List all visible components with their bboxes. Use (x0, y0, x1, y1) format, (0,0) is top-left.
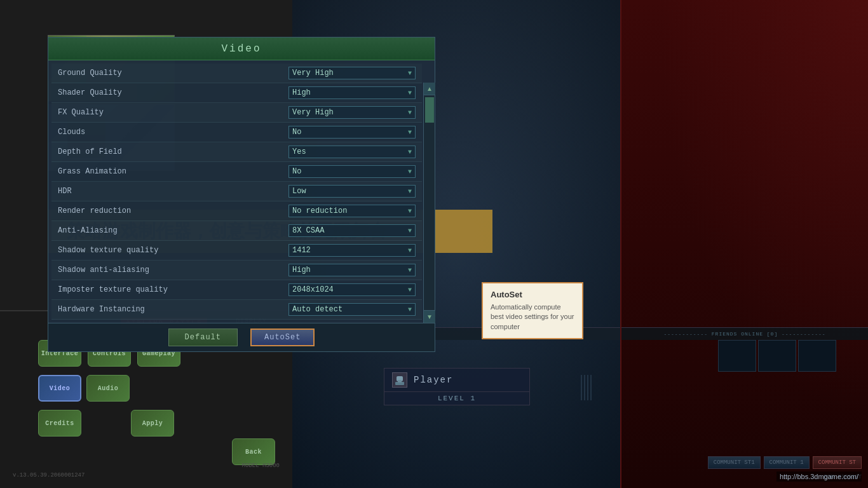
setting-label-12: Hardware Instancing (58, 305, 288, 314)
setting-value-0: Very High ▼ (288, 67, 416, 79)
btn-autoset[interactable]: AutoSet (250, 329, 315, 346)
setting-dropdown-11[interactable]: 2048x1024 ▼ (288, 283, 416, 296)
settings-row-4: Depth of Field Yes ▼ (51, 142, 422, 162)
setting-value-9: 1412 ▼ (288, 244, 416, 257)
version-text: v.13.05.39.2060001247 (13, 472, 85, 478)
setting-value-4: Yes ▼ (288, 146, 416, 158)
friends-online-text: ------------ FRIENDS ONLINE [0] --------… (663, 331, 825, 337)
nav-btn-credits[interactable]: Credits (38, 410, 81, 437)
settings-row-3: Clouds No ▼ (51, 123, 422, 142)
setting-dropdown-5[interactable]: No ▼ (288, 165, 416, 178)
scrollbar-down-btn[interactable]: ▼ (424, 310, 435, 323)
setting-value-10: High ▼ (288, 264, 416, 276)
player-icon (392, 372, 407, 388)
detail-screen-3 (798, 340, 836, 372)
autoset-tooltip: AutoSet Automatically compute best video… (482, 282, 583, 339)
dialog-buttons: Default AutoSet (48, 323, 435, 351)
settings-row-2: FX Quality Very High ▼ (51, 103, 422, 123)
settings-row-1: Shader Quality High ▼ (51, 83, 422, 103)
player-header: Player (384, 368, 530, 392)
nav-btn-audio[interactable]: Audio (86, 375, 130, 402)
detail-screen-2 (758, 340, 796, 372)
setting-dropdown-10[interactable]: High ▼ (288, 264, 416, 276)
settings-row-10: Shadow anti-aliasing High ▼ (51, 261, 422, 280)
friends-bar-right: ------------ FRIENDS ONLINE [0] --------… (621, 327, 868, 340)
detail-screens (718, 340, 836, 372)
setting-label-6: HDR (58, 187, 288, 196)
bottom-nav: Video Audio (38, 375, 130, 402)
settings-row-8: Anti-Aliasing 8X CSAA ▼ (51, 221, 422, 241)
player-level: LEVEL 1 (384, 392, 530, 405)
setting-dropdown-7[interactable]: No reduction ▼ (288, 205, 416, 217)
setting-value-8: 8X CSAA ▼ (288, 224, 416, 237)
setting-dropdown-1[interactable]: High ▼ (288, 86, 416, 99)
settings-row-7: Render reduction No reduction ▼ (51, 201, 422, 221)
setting-dropdown-6[interactable]: Low ▼ (288, 185, 416, 198)
setting-dropdown-9[interactable]: 1412 ▼ (288, 244, 416, 257)
tooltip-title: AutoSet (491, 290, 574, 299)
btn-default[interactable]: Default (168, 329, 238, 346)
dialog-title-bar: Video (48, 37, 435, 60)
settings-row-6: HDR Low ▼ (51, 182, 422, 201)
setting-dropdown-4[interactable]: Yes ▼ (288, 146, 416, 158)
setting-label-7: Render reduction (58, 207, 288, 215)
settings-row-11: Imposter texture quality 2048x1024 ▼ (51, 280, 422, 300)
setting-label-11: Imposter texture quality (58, 285, 288, 294)
tooltip-text: Automatically compute best video setting… (491, 302, 574, 332)
nav-btn-back[interactable]: Back (232, 438, 275, 465)
setting-label-0: Ground Quality (58, 69, 288, 78)
settings-row-12: Hardware Instancing Auto detect ▼ (51, 300, 422, 320)
website-url: http://bbs.3dmgame.com/ (776, 471, 862, 482)
cmd-btn-3[interactable]: COMMUNIT ST (813, 456, 862, 469)
dialog-scrollbar[interactable]: ▲ ▼ (423, 83, 435, 323)
detail-screen-1 (718, 340, 756, 372)
scrollbar-up-btn[interactable]: ▲ (424, 83, 435, 95)
settings-row-0: Ground Quality Very High ▼ (51, 64, 422, 83)
setting-label-5: Grass Animation (58, 167, 288, 176)
dialog-title: Video (221, 43, 261, 55)
video-settings-dialog: Video Ground Quality Very High ▼ Shader … (48, 37, 435, 352)
setting-dropdown-2[interactable]: Very High ▼ (288, 106, 416, 119)
setting-label-10: Shadow anti-aliasing (58, 266, 288, 274)
setting-value-11: 2048x1024 ▼ (288, 283, 416, 296)
player-card: Player LEVEL 1 (294, 368, 620, 405)
nav-btn-video[interactable]: Video (38, 375, 81, 402)
model-text: MODEL H3000 (242, 463, 280, 469)
setting-label-9: Shadow texture quality (58, 246, 288, 255)
setting-dropdown-3[interactable]: No ▼ (288, 126, 416, 139)
setting-label-1: Shader Quality (58, 88, 288, 97)
setting-value-7: No reduction ▼ (288, 205, 416, 217)
nav-btn-apply[interactable]: Apply (131, 410, 174, 437)
setting-label-4: Depth of Field (58, 147, 288, 156)
player-name: Player (414, 375, 453, 385)
setting-value-6: Low ▼ (288, 185, 416, 198)
setting-label-2: FX Quality (58, 108, 288, 117)
svg-rect-14 (398, 380, 402, 383)
setting-value-2: Very High ▼ (288, 106, 416, 119)
cmd-btn-1[interactable]: COMMUNIT ST1 (708, 456, 761, 469)
setting-dropdown-8[interactable]: 8X CSAA ▼ (288, 224, 416, 237)
settings-row-9: Shadow texture quality 1412 ▼ (51, 241, 422, 261)
right-panel: ------------ FRIENDS ONLINE [0] --------… (620, 0, 868, 488)
setting-value-1: High ▼ (288, 86, 416, 99)
setting-label-3: Clouds (58, 128, 288, 137)
dialog-content: Ground Quality Very High ▼ Shader Qualit… (48, 60, 435, 323)
setting-label-8: Anti-Aliasing (58, 226, 288, 235)
setting-value-12: Auto detect ▼ (288, 303, 416, 316)
setting-dropdown-0[interactable]: Very High ▼ (288, 67, 416, 79)
scrollbar-thumb[interactable] (425, 97, 434, 123)
setting-dropdown-12[interactable]: Auto detect ▼ (288, 303, 416, 316)
setting-value-3: No ▼ (288, 126, 416, 139)
cmd-btn-2[interactable]: COMMUNIT 1 (764, 456, 810, 469)
settings-row-5: Grass Animation No ▼ (51, 162, 422, 182)
setting-value-5: No ▼ (288, 165, 416, 178)
